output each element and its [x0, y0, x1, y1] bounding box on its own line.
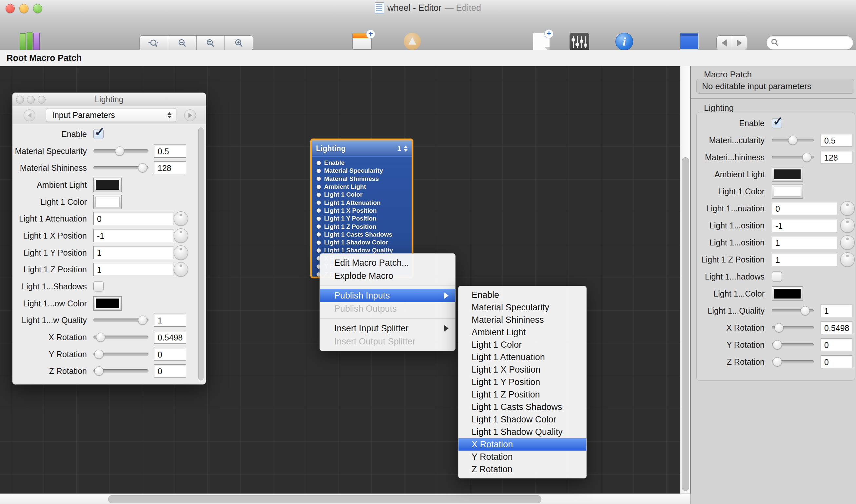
slider-thumb[interactable] — [801, 306, 810, 315]
slider[interactable] — [93, 332, 148, 342]
slider-thumb[interactable] — [773, 340, 782, 349]
menu-item[interactable]: X Rotation — [459, 438, 586, 451]
search-input[interactable] — [766, 35, 853, 50]
value-field[interactable]: 0.5 — [821, 134, 852, 147]
breadcrumb-root[interactable]: Root Macro Patch — [6, 53, 82, 63]
menu-item[interactable]: Light 1 Casts Shadows — [459, 401, 586, 413]
slider[interactable] — [93, 315, 148, 325]
node-port[interactable]: Enable — [317, 159, 412, 167]
node-port[interactable]: Light 1 Attenuation — [317, 199, 412, 206]
canvas-vertical-scrollbar[interactable] — [680, 66, 691, 504]
value-field[interactable]: -1 — [93, 229, 173, 242]
slider-thumb[interactable] — [138, 316, 147, 325]
zoom-out-button[interactable] — [168, 36, 197, 51]
dial-knob[interactable] — [174, 211, 188, 226]
menu-item[interactable]: Light 1 Shadow Quality — [459, 426, 586, 438]
zoom-actual-button[interactable] — [197, 36, 225, 51]
value-field[interactable]: 1 — [93, 246, 173, 259]
panel-zoom-button[interactable] — [38, 96, 46, 104]
menu-item[interactable]: Light 1 Z Position — [459, 388, 586, 401]
node-port[interactable]: Light 1 Y Position — [317, 215, 412, 222]
value-field[interactable]: 128 — [154, 161, 186, 174]
menu-item[interactable]: Light 1 X Position — [459, 363, 586, 376]
slider-thumb[interactable] — [94, 366, 104, 376]
value-field[interactable]: 0 — [821, 355, 852, 368]
color-well[interactable] — [93, 296, 122, 311]
menu-item[interactable]: Light 1 Shadow Color — [459, 413, 586, 426]
slider[interactable] — [93, 366, 148, 376]
node-port[interactable]: Light 1 Casts Shadows — [317, 231, 412, 238]
value-field[interactable]: 1 — [154, 313, 186, 327]
menu-item[interactable]: Z Rotation — [459, 463, 586, 475]
slider-thumb[interactable] — [774, 323, 784, 332]
dial-knob[interactable] — [840, 252, 855, 267]
menu-item[interactable]: Material Specularity — [459, 301, 586, 313]
menu-item[interactable]: Enable — [459, 289, 586, 301]
dial-knob[interactable] — [174, 246, 188, 260]
node-port[interactable]: Light 1 Color — [317, 191, 412, 199]
node-port[interactable]: Material Shininess — [317, 175, 412, 183]
slider-thumb[interactable] — [773, 357, 782, 366]
value-field[interactable]: 0 — [772, 202, 837, 215]
lighting-inspector-window[interactable]: Lighting Input Parameters Enable✓Materia… — [13, 93, 206, 384]
panel-scrollbar[interactable] — [198, 127, 204, 382]
menu-item[interactable]: Edit Macro Patch... — [320, 256, 455, 269]
slider-thumb[interactable] — [138, 163, 147, 173]
slider[interactable] — [93, 349, 148, 359]
slider[interactable] — [93, 163, 148, 173]
dial-knob[interactable] — [840, 235, 855, 250]
slider[interactable] — [772, 323, 814, 332]
dial-knob[interactable] — [840, 218, 855, 233]
vertical-scrollbar-thumb[interactable] — [682, 157, 689, 491]
zoom-in-button[interactable] — [225, 36, 253, 51]
value-field[interactable]: 128 — [821, 151, 852, 164]
value-field[interactable]: 0 — [154, 348, 186, 361]
node-header[interactable]: Lighting 1 — [312, 141, 412, 157]
checkbox[interactable] — [772, 272, 782, 282]
node-port[interactable]: Light 1 Shadow Color — [317, 238, 412, 247]
slider-thumb[interactable] — [788, 136, 797, 145]
menu-item[interactable]: Y Rotation — [459, 451, 586, 463]
menu-item[interactable]: Explode Macro — [320, 269, 455, 283]
slider[interactable] — [772, 357, 814, 367]
menu-item[interactable]: Light 1 Y Position — [459, 376, 586, 388]
dial-knob[interactable] — [174, 262, 188, 276]
panel-scrollbar-thumb[interactable] — [198, 127, 203, 380]
menu-item[interactable]: Insert Output Splitter — [320, 335, 455, 348]
horizontal-scrollbar-thumb[interactable] — [108, 495, 541, 503]
value-field[interactable]: -1 — [772, 219, 837, 232]
back-button[interactable] — [717, 36, 732, 50]
node-port[interactable]: Light 1 X Position — [317, 207, 412, 215]
slider[interactable] — [772, 306, 814, 316]
slider[interactable] — [772, 152, 814, 162]
color-well[interactable] — [772, 167, 803, 182]
slider[interactable] — [772, 135, 814, 145]
value-field[interactable]: 0 — [154, 364, 186, 378]
value-field[interactable]: 0 — [93, 212, 173, 225]
color-well[interactable] — [93, 195, 122, 209]
dial-knob[interactable] — [174, 229, 188, 243]
color-well[interactable] — [772, 184, 803, 199]
panel-close-button[interactable] — [16, 96, 24, 104]
value-field[interactable]: 0 — [821, 338, 852, 351]
checkbox[interactable] — [93, 282, 104, 292]
menu-item[interactable]: Publish Outputs — [320, 302, 455, 315]
value-field[interactable]: 0.5498 — [154, 331, 186, 344]
slider-thumb[interactable] — [802, 153, 812, 162]
parameter-view-dropdown[interactable]: Input Parameters — [46, 108, 176, 122]
value-field[interactable]: 0.5498 — [821, 321, 852, 334]
menu-item[interactable]: Material Shininess — [459, 313, 586, 326]
node-port[interactable]: Material Specularity — [317, 167, 412, 175]
checkbox[interactable]: ✓ — [772, 118, 782, 128]
panel-minimize-button[interactable] — [27, 96, 35, 104]
slider[interactable] — [772, 340, 814, 350]
slider-thumb[interactable] — [115, 146, 124, 156]
menu-item[interactable]: Ambient Light — [459, 326, 586, 339]
dial-knob[interactable] — [840, 201, 855, 216]
slider[interactable] — [93, 146, 148, 156]
menu-item[interactable]: Publish Inputs — [320, 289, 455, 302]
value-field[interactable]: 1 — [772, 253, 837, 266]
value-field[interactable]: 1 — [821, 304, 852, 317]
breadcrumb[interactable]: Root Macro Patch — [0, 50, 856, 67]
slider-thumb[interactable] — [94, 350, 104, 359]
